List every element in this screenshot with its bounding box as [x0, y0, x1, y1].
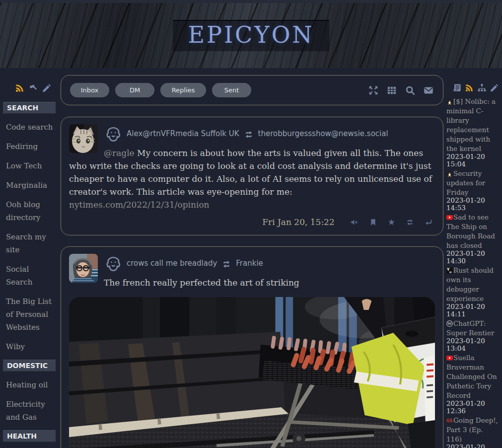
- newswire-title: WChatGPT: Super Rentier: [446, 319, 494, 337]
- search-icon[interactable]: [405, 85, 416, 96]
- newswire-item[interactable]: WChatGPT: Super Rentier 2023-01-2013:04: [446, 318, 500, 352]
- news-edit-icon[interactable]: [452, 83, 462, 92]
- newswire-item[interactable]: Suella Braverman Challenged On Pathetic …: [446, 353, 500, 414]
- newswire-item[interactable]: YwRust should own its debugger experienc…: [446, 265, 500, 317]
- newswire-date: 2023-01-2014:30: [446, 250, 500, 264]
- dog-avatar-icon[interactable]: [104, 125, 122, 142]
- sidebar-link-ooh-blog-directory[interactable]: Ooh blog directory: [3, 198, 56, 224]
- sidebar-link-low-tech[interactable]: Low Tech: [3, 159, 56, 172]
- svg-text:W: W: [447, 321, 452, 326]
- site-title: EPICYON: [173, 20, 329, 51]
- post-attached-photo[interactable]: [69, 297, 435, 448]
- youtube-icon: [446, 214, 453, 221]
- avatar[interactable]: [69, 254, 98, 283]
- post-boosted-handle[interactable]: therobburgessshow@newsie.social: [258, 129, 388, 138]
- post-boosted-handle[interactable]: Frankie: [236, 259, 263, 268]
- post-header: Alex@rtnVFRmedia Suffolk UK therobburges…: [104, 124, 435, 142]
- edit-pencil-icon[interactable]: [490, 83, 499, 92]
- yw-favicon: Yw: [446, 267, 453, 274]
- newswire-date: 2023-01-2014:53: [446, 197, 500, 211]
- hammer-icon[interactable]: [28, 83, 38, 93]
- gs-favicon: GS: [446, 417, 453, 424]
- svg-text:GS: GS: [446, 419, 453, 423]
- section-header-health: HEALTH: [3, 430, 56, 442]
- repeat-announce-icon[interactable]: [406, 218, 414, 226]
- bookmark-icon[interactable]: [369, 218, 377, 226]
- timeline-header: Inbox DM Replies Sent: [61, 75, 443, 105]
- post-body: @ragle My concern is about how the arts …: [69, 147, 435, 211]
- post-author-handle[interactable]: crows call me breadlady: [127, 259, 217, 268]
- site-banner[interactable]: EPICYON: [0, 0, 502, 68]
- section-header-domestic: DOMESTIC: [3, 360, 56, 372]
- sidebar-link-heating-oil[interactable]: Heating oil: [3, 378, 56, 391]
- rss-icon[interactable]: [465, 83, 474, 92]
- newswire-icons: [446, 75, 500, 96]
- sidebar-link-electricity-and-gas[interactable]: Electricity and Gas: [3, 398, 56, 424]
- svg-text:w: w: [449, 270, 452, 274]
- post-body: The french really perfected the art of s…: [69, 276, 435, 289]
- tab-replies[interactable]: Replies: [160, 83, 206, 97]
- sidebar-link-search-my-site[interactable]: Search my site: [3, 230, 56, 256]
- newswire-date: 2023-01-2013:04: [446, 337, 500, 352]
- sidebar-link-social-search[interactable]: Social Search: [3, 263, 56, 289]
- newswire-title: YwRust should own its debugger experienc…: [446, 266, 494, 302]
- expand-icon[interactable]: [368, 85, 379, 96]
- newswire-item[interactable]: [$] Nolibc: a minimal C-library replacem…: [446, 96, 500, 167]
- post: crows call me breadlady Frankie The fren…: [61, 246, 443, 448]
- reply-icon[interactable]: [425, 218, 433, 226]
- tux-icon: [446, 170, 453, 177]
- sidebar-link-marginalia[interactable]: Marginalia: [3, 179, 56, 192]
- newswire-title: Sad to see The Ship on Borough Road has …: [446, 213, 495, 249]
- tab-inbox[interactable]: Inbox: [70, 83, 109, 97]
- newswire-date: 2023-01-2012:36: [446, 400, 500, 414]
- newswire-date: 2023-01-2015:04: [446, 153, 500, 167]
- timeline-column: Inbox DM Replies Sent: [56, 75, 446, 448]
- newswire-title: Suella Braverman Challenged On Pathetic …: [446, 354, 497, 399]
- newswire-item[interactable]: Sad to see The Ship on Borough Road has …: [446, 212, 500, 264]
- repeat-boost-icon: [221, 259, 231, 267]
- sidebar-link-code-search[interactable]: Code search: [3, 121, 56, 134]
- tab-dm[interactable]: DM: [115, 83, 154, 97]
- youtube-icon: [446, 355, 453, 361]
- newswire-date: 2023-01-2008:00: [446, 444, 500, 448]
- post-header: crows call me breadlady Frankie: [104, 254, 435, 271]
- post-author-handle[interactable]: Alex@rtnVFRmedia Suffolk UK: [127, 129, 239, 138]
- newswire-item[interactable]: Security updates for Friday 2023-01-2014…: [446, 168, 500, 211]
- wordpress-icon: W: [446, 320, 453, 327]
- section-header-search: SEARCH: [3, 102, 56, 114]
- repeat-boost-icon: [244, 130, 254, 138]
- envelope-icon[interactable]: [423, 85, 434, 96]
- mute-icon[interactable]: [350, 218, 359, 226]
- epicyon-app: EPICYON SEARCH Code search Fediring Low …: [0, 0, 502, 448]
- timeline-header-icons: [368, 85, 434, 96]
- newswire-title: Security updates for Friday: [446, 169, 485, 196]
- left-sidebar-icons: [3, 75, 56, 98]
- star-like-icon[interactable]: ★: [388, 218, 395, 226]
- calendar-grid-icon[interactable]: [386, 85, 397, 96]
- post: Alex@rtnVFRmedia Suffolk UK therobburges…: [61, 117, 443, 235]
- newswire-date: 2023-01-2014:11: [446, 303, 500, 317]
- post-timestamp[interactable]: Fri Jan 20, 15:22: [262, 217, 335, 227]
- tab-sent[interactable]: Sent: [212, 83, 251, 97]
- sidebar-link-wiby[interactable]: Wiby: [3, 340, 56, 353]
- newswire-item[interactable]: GSGoing Deep!, Part 3 (Ep. 116) 2023-01-…: [446, 415, 500, 448]
- mention-link[interactable]: @ragle: [104, 148, 135, 158]
- sidebar-link-big-list-personal-websites[interactable]: The Big List of Personal Websites: [3, 295, 56, 334]
- post-footer: Fri Jan 20, 15:22 ★: [69, 217, 433, 227]
- tux-icon: [446, 98, 453, 105]
- page-content: SEARCH Code search Fediring Low Tech Mar…: [0, 68, 502, 448]
- newswire-sidebar: [$] Nolibc: a minimal C-library replacem…: [446, 75, 502, 448]
- newswire-title: GSGoing Deep!, Part 3 (Ep. 116): [446, 416, 498, 443]
- sidebar-link-fediring[interactable]: Fediring: [3, 140, 56, 153]
- avatar[interactable]: [69, 124, 98, 153]
- dog-avatar-icon[interactable]: [104, 255, 122, 271]
- newswire-title: [$] Nolibc: a minimal C-library replacem…: [446, 97, 496, 152]
- external-link[interactable]: nytimes.com/2022/12/31/opinion: [69, 200, 210, 210]
- left-sidebar: SEARCH Code search Fediring Low Tech Mar…: [0, 75, 56, 448]
- rss-icon[interactable]: [15, 83, 25, 93]
- post-text: The french really perfected the art of s…: [104, 278, 299, 288]
- edit-pencil-icon[interactable]: [42, 83, 52, 93]
- share-nodes-icon[interactable]: [477, 83, 487, 92]
